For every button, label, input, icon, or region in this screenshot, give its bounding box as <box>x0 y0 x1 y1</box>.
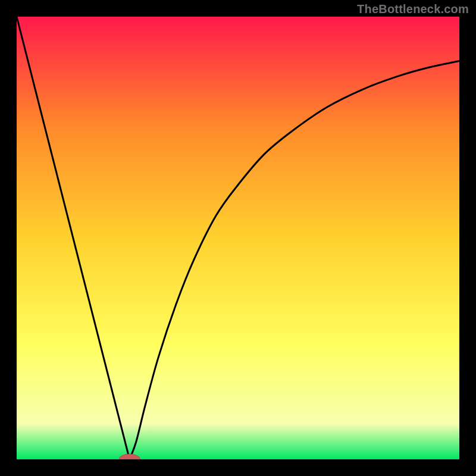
chart-frame: TheBottleneck.com <box>0 0 476 476</box>
chart-svg <box>17 17 459 459</box>
plot-area <box>17 17 459 459</box>
watermark-text: TheBottleneck.com <box>357 2 469 16</box>
gradient-background <box>17 17 459 459</box>
